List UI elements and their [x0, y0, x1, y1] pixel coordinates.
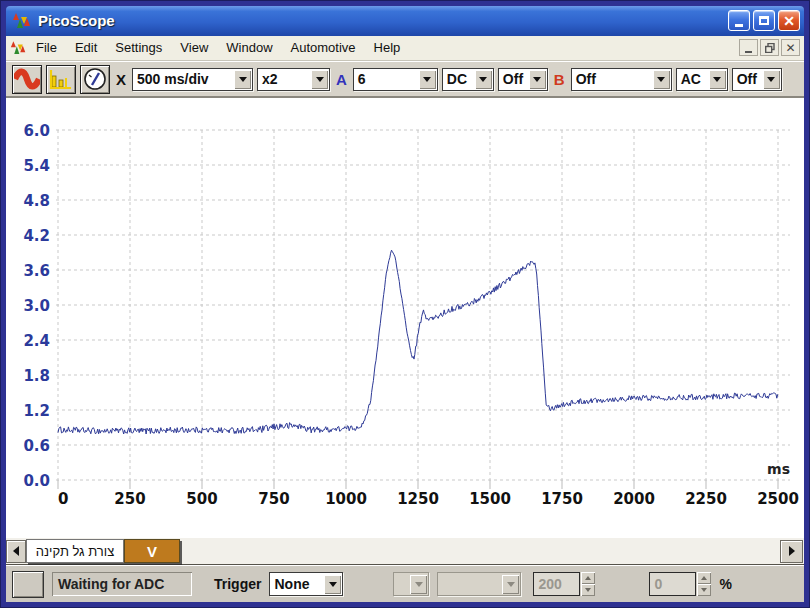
chevron-down-icon[interactable]	[763, 70, 780, 89]
channel-a-label: A	[334, 71, 349, 88]
svg-text:4.2: 4.2	[23, 227, 50, 245]
chevron-down-icon	[410, 575, 427, 594]
menu-automotive[interactable]: Automotive	[282, 36, 365, 59]
mdi-close-icon: ✕	[785, 42, 795, 54]
svg-text:1000: 1000	[325, 490, 367, 508]
svg-text:2000: 2000	[613, 490, 655, 508]
menu-help[interactable]: Help	[365, 36, 410, 59]
svg-text:2500: 2500	[757, 490, 799, 508]
arrow-left-icon	[13, 546, 19, 556]
svg-text:250: 250	[114, 490, 145, 508]
chevron-down-icon[interactable]	[311, 70, 328, 89]
timebase-select[interactable]: 500 ms/div	[132, 68, 253, 91]
channel-a-range-select[interactable]: 6	[353, 68, 438, 91]
chevron-down-icon	[502, 575, 519, 594]
window-title: PicoScope	[38, 12, 725, 29]
chevron-down-icon[interactable]	[419, 70, 436, 89]
chevron-down-icon[interactable]	[709, 70, 726, 89]
tab-scroll-left-button[interactable]	[6, 540, 26, 563]
channel-a-coupling-select[interactable]: DC	[442, 68, 494, 91]
chevron-down-icon[interactable]	[529, 70, 546, 89]
waveform-chart: 0.00.61.21.82.43.03.64.24.85.46.00250500…	[6, 98, 806, 538]
menubar: File Edit Settings View Window Automotiv…	[6, 36, 804, 62]
svg-text:4.8: 4.8	[23, 192, 50, 210]
menu-edit[interactable]: Edit	[66, 36, 106, 59]
maximize-icon	[759, 16, 769, 25]
svg-text:0.6: 0.6	[23, 437, 50, 455]
svg-text:3.6: 3.6	[23, 262, 50, 280]
channel-a-alarm-select[interactable]: Off	[498, 68, 548, 91]
sine-wave-icon	[14, 68, 40, 90]
svg-text:1250: 1250	[397, 490, 439, 508]
trigger-threshold-spinner: 200	[533, 572, 595, 596]
multiplier-select[interactable]: x2	[257, 68, 330, 91]
gauge-icon	[83, 67, 107, 91]
minimize-icon	[735, 24, 743, 27]
menu-file[interactable]: File	[27, 36, 66, 59]
mdi-restore-icon	[765, 43, 775, 53]
maximize-button[interactable]	[753, 10, 775, 31]
channel-b-alarm-select[interactable]: Off	[732, 68, 782, 91]
svg-text:1.8: 1.8	[23, 367, 50, 385]
statusbar: Waiting for ADC Trigger None 200 0	[6, 565, 804, 602]
titlebar: PicoScope ✕	[6, 6, 804, 36]
svg-text:3.0: 3.0	[23, 297, 50, 315]
trigger-mode-select[interactable]: None	[269, 572, 343, 596]
svg-text:5.4: 5.4	[23, 157, 50, 175]
svg-text:1.2: 1.2	[23, 402, 50, 420]
spin-up-icon	[581, 572, 595, 584]
menu-settings[interactable]: Settings	[106, 36, 171, 59]
tab-scroll-right-button[interactable]	[780, 540, 803, 563]
pre-trigger-spinner: 0	[649, 572, 711, 596]
scope-display: 0.00.61.21.82.43.03.64.24.85.46.00250500…	[6, 98, 804, 538]
tab-active-v[interactable]: V	[124, 539, 180, 563]
channel-b-range-select[interactable]: Off	[571, 68, 672, 91]
bar-chart-icon	[49, 68, 73, 90]
svg-text:2.4: 2.4	[23, 332, 50, 350]
trigger-label: Trigger	[214, 576, 261, 592]
spin-up-icon	[697, 572, 711, 584]
svg-text:ms: ms	[767, 461, 790, 477]
svg-text:1500: 1500	[469, 490, 511, 508]
tab-strip: צורת גל תקינה V	[6, 538, 804, 566]
trigger-channel-select-disabled	[393, 572, 429, 596]
svg-text:1750: 1750	[541, 490, 583, 508]
close-button[interactable]: ✕	[778, 10, 800, 31]
toolbar: X 500 ms/div x2 A 6 DC Off B Off AC	[6, 61, 804, 98]
chevron-down-icon[interactable]	[324, 575, 341, 594]
mdi-minimize-icon	[745, 51, 752, 53]
tab-waveform[interactable]: צורת גל תקינה	[26, 539, 124, 563]
channel-b-coupling-select[interactable]: AC	[676, 68, 728, 91]
app-logo-icon	[12, 12, 32, 30]
svg-text:500: 500	[186, 490, 217, 508]
svg-text:2250: 2250	[685, 490, 727, 508]
arrow-right-icon	[789, 546, 795, 556]
close-icon: ✕	[783, 14, 795, 28]
meter-view-button[interactable]	[80, 65, 110, 94]
status-blank-button[interactable]	[12, 571, 44, 598]
svg-text:0.0: 0.0	[23, 472, 50, 490]
adc-status-panel: Waiting for ADC	[52, 572, 192, 596]
minimize-button[interactable]	[728, 10, 750, 31]
app-logo-small-icon	[10, 40, 27, 56]
svg-text:750: 750	[258, 490, 289, 508]
picoscope-window: PicoScope ✕ File Edit Settings View Wind…	[0, 0, 810, 608]
channel-b-label: B	[552, 71, 567, 88]
mdi-close-button[interactable]: ✕	[781, 39, 800, 56]
spectrum-view-button[interactable]	[46, 65, 76, 94]
scope-view-button[interactable]	[12, 65, 42, 94]
menu-window[interactable]: Window	[217, 36, 281, 59]
trigger-edge-select-disabled	[437, 572, 521, 596]
svg-text:0: 0	[58, 490, 68, 508]
chevron-down-icon[interactable]	[234, 70, 251, 89]
svg-text:6.0: 6.0	[23, 122, 50, 140]
spin-down-icon	[581, 584, 595, 596]
percent-label: %	[719, 576, 731, 592]
mdi-restore-button[interactable]	[760, 39, 779, 56]
timebase-axis-label: X	[114, 71, 128, 88]
chevron-down-icon[interactable]	[653, 70, 670, 89]
chevron-down-icon[interactable]	[475, 70, 492, 89]
menu-view[interactable]: View	[171, 36, 217, 59]
spin-down-icon	[697, 584, 711, 596]
mdi-minimize-button[interactable]	[739, 39, 758, 56]
